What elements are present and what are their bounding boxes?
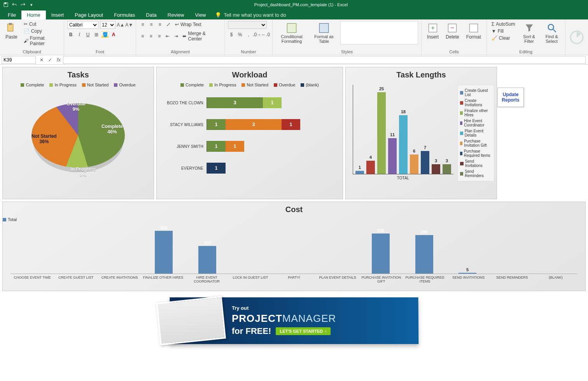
indent-dec-icon[interactable]: ⇤	[164, 33, 171, 40]
tab-home[interactable]: Home	[21, 11, 46, 19]
redo-icon[interactable]	[20, 2, 26, 7]
align-bottom-icon[interactable]: ≡	[156, 21, 163, 28]
align-middle-icon[interactable]: ≡	[148, 21, 155, 28]
comma-icon[interactable]: ,	[245, 31, 252, 38]
task-lengths-title: Task Lengths	[346, 67, 497, 81]
font-size-select[interactable]: 12	[100, 21, 116, 29]
align-top-icon[interactable]: ≡	[139, 21, 146, 28]
update-reports-button[interactable]: Update Reports	[497, 88, 524, 107]
increase-decimal-icon[interactable]: .0→	[254, 31, 261, 38]
svg-text:−: −	[451, 24, 455, 31]
sort-filter-button[interactable]: Sort & Filter	[519, 21, 539, 45]
sigma-icon: Σ	[492, 21, 494, 27]
clear-button[interactable]: 🧹Clear	[490, 35, 517, 41]
decrease-decimal-icon[interactable]: ←.0	[262, 31, 269, 38]
number-format-select[interactable]	[228, 21, 267, 29]
tasks-legend: Complete In Progress Not Started Overdue	[3, 81, 154, 90]
workload-segment: 1	[207, 141, 226, 152]
tab-page-layout[interactable]: Page Layout	[69, 11, 108, 19]
tab-file[interactable]: File	[2, 11, 21, 19]
cost-xlabel: SEND REMINDERS	[490, 276, 534, 283]
legend-item: Finalize other Hires	[460, 108, 492, 118]
decrease-font-icon[interactable]: A▼	[126, 21, 133, 28]
cut-button[interactable]: ✂Cut	[22, 21, 61, 27]
formula-bar: ✕ ✓ fx	[0, 55, 588, 65]
cost-xlabel: PARTY!	[272, 276, 316, 283]
format-painter-button[interactable]: 🖌Format Painter	[22, 35, 61, 47]
merge-icon: ⬌	[182, 33, 186, 39]
underline-button[interactable]: U	[84, 31, 91, 38]
cost-column: 310	[142, 231, 186, 274]
save-icon[interactable]	[3, 2, 9, 7]
workload-panel[interactable]: Workload Complete In Progress Not Starte…	[156, 67, 343, 199]
tab-review[interactable]: Review	[162, 11, 190, 19]
fx-icon[interactable]: fx	[54, 57, 63, 63]
wrap-icon: ↩	[175, 22, 179, 27]
undo-icon[interactable]	[12, 2, 17, 7]
cost-legend: Total	[3, 216, 585, 225]
currency-icon[interactable]: $	[228, 31, 235, 38]
tasks-pie-chart: Complete46% In Progress9% Not Started36%…	[24, 93, 133, 186]
legend-item: Create Guest List	[460, 88, 492, 98]
align-right-icon[interactable]: ≡	[156, 33, 163, 40]
cost-xlabel: SEND INVITATIONS	[447, 276, 490, 283]
find-select-button[interactable]: Find & Select	[542, 21, 562, 45]
align-center-icon[interactable]: ≡	[148, 33, 154, 40]
legend-item: Purchase Invitation Gift	[460, 138, 492, 148]
border-button[interactable]: ⊞	[93, 31, 100, 38]
paste-button[interactable]: Paste	[3, 21, 20, 41]
task-length-column: 7	[421, 151, 429, 174]
indent-inc-icon[interactable]: ⇥	[173, 33, 179, 40]
tab-formulas[interactable]: Formulas	[108, 11, 140, 19]
font-color-button[interactable]: A	[110, 31, 117, 38]
format-cells-button[interactable]: Format	[464, 21, 483, 41]
legend-item: Send Reminders	[460, 169, 492, 179]
cost-xlabel: PURCHASE INVITATION GIFT	[359, 276, 403, 283]
wrap-text-button[interactable]: ↩Wrap Text	[173, 21, 203, 28]
tasks-title: Tasks	[3, 67, 154, 81]
conditional-formatting-button[interactable]: Conditional Formatting	[276, 21, 308, 45]
promo-banner-box[interactable]: Try out PROJECTMANAGER for FREE! LET'S G…	[170, 297, 419, 344]
tell-me-search[interactable]: 💡 Tell me what you want to do	[211, 11, 290, 19]
delete-cells-button[interactable]: −Delete	[443, 21, 462, 41]
workload-row: JENNY SMITH11	[161, 135, 335, 157]
cell-styles-gallery[interactable]	[340, 21, 418, 44]
banner-line2: for FREE!	[232, 326, 271, 336]
task-lengths-xlabel: TOTAL	[353, 174, 453, 180]
format-as-table-button[interactable]: Format as Table	[310, 21, 338, 45]
group-label: Cells	[425, 49, 483, 54]
autosum-button[interactable]: ΣAutoSum	[490, 21, 517, 27]
legend-item: Create Invitations	[460, 98, 492, 108]
merge-center-button[interactable]: ⬌Merge & Center	[181, 30, 221, 42]
task-lengths-panel[interactable]: Task Lengths 142511186733 TOTAL Create G…	[345, 67, 497, 199]
align-left-icon[interactable]: ≡	[139, 33, 146, 40]
banner-thumbnail	[156, 296, 226, 346]
group-number: $ % , .0→ ←.0 Number	[225, 19, 273, 55]
workload-row-label: BOZO THE CLOWN	[161, 101, 203, 105]
italic-button[interactable]: I	[76, 31, 83, 38]
svg-point-11	[548, 25, 553, 30]
font-name-select[interactable]: Calibri	[67, 21, 98, 29]
task-lengths-chart: 142511186733	[353, 85, 453, 174]
workload-segment: 3	[207, 97, 263, 108]
cancel-formula-icon[interactable]: ✕	[37, 57, 46, 63]
cost-panel[interactable]: Cost Total 3102002902805 CHOOSE EVENT TI…	[2, 202, 586, 291]
tab-insert[interactable]: Insert	[46, 11, 70, 19]
percent-icon[interactable]: %	[236, 31, 243, 38]
task-length-column: 3	[443, 164, 451, 174]
copy-button[interactable]: 📄Copy	[22, 28, 61, 34]
insert-cells-button[interactable]: +Insert	[425, 21, 441, 41]
formula-input[interactable]	[63, 56, 586, 64]
tab-data[interactable]: Data	[140, 11, 162, 19]
enter-formula-icon[interactable]: ✓	[46, 57, 54, 63]
increase-font-icon[interactable]: A▲	[117, 21, 124, 28]
banner-cta-button[interactable]: LET'S GET STARTED ›	[276, 327, 330, 335]
tasks-panel[interactable]: Tasks Complete In Progress Not Started O…	[2, 67, 154, 199]
tab-view[interactable]: View	[189, 11, 211, 19]
fill-button[interactable]: ▼Fill	[490, 28, 517, 34]
fill-color-button[interactable]: 🪣	[102, 31, 108, 38]
name-box[interactable]	[2, 56, 36, 64]
orientation-icon[interactable]: ⤢	[165, 21, 172, 28]
bold-button[interactable]: B	[67, 31, 74, 38]
qat-customize-icon[interactable]: ▾	[29, 2, 34, 7]
